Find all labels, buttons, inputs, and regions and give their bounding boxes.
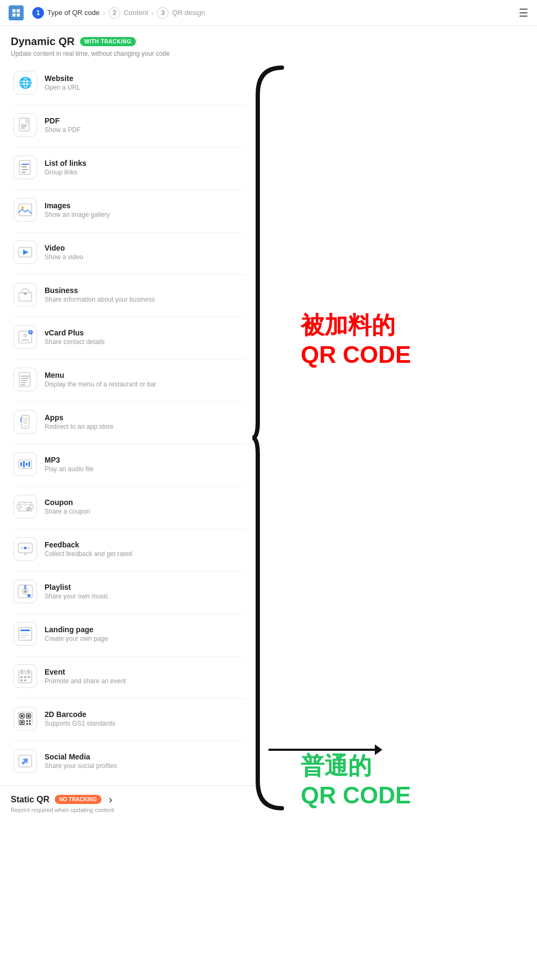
qr-type-list: 🌐 Website Open a URL: [0, 63, 258, 781]
qr-item-landing-page[interactable]: Landing page Create your own page: [6, 614, 251, 654]
qr-item-event[interactable]: Event Promote and share an event: [6, 656, 251, 696]
qr-item-images[interactable]: Images Show an image gallery: [6, 190, 251, 230]
pdf-desc: Show a PDF: [45, 126, 81, 134]
2d-barcode-text: 2D Barcode Supports GS1 standards: [45, 710, 115, 727]
left-panel: Dynamic QR WITH TRACKING Update content …: [0, 26, 258, 821]
step-2-num: 2: [108, 7, 120, 19]
menu-icon[interactable]: ☰: [519, 6, 528, 19]
mp3-text: MP3 Play an audio file: [45, 456, 93, 473]
qr-item-vcard-plus[interactable]: + vCard Plus Share contact details: [6, 317, 251, 357]
qr-item-playlist[interactable]: ♪ Playlist Share your own music: [6, 572, 251, 611]
menu-name: Menu: [45, 371, 156, 379]
menu-icon: [13, 368, 37, 391]
feedback-desc: Collect feedback and get rated: [45, 550, 132, 558]
qr-item-pdf[interactable]: PDF Show a PDF: [6, 105, 251, 145]
step-arrow-2: ›: [151, 9, 154, 17]
svg-rect-62: [28, 676, 30, 678]
annotation-static-line1: 普通的: [301, 751, 411, 780]
svg-rect-57: [19, 671, 32, 675]
dynamic-qr-title: Dynamic QR: [11, 35, 75, 48]
svg-point-43: [24, 547, 27, 550]
images-desc: Show an image gallery: [45, 211, 110, 218]
qr-item-apps[interactable]: Apps Redirect to an app store: [6, 402, 251, 442]
svg-rect-5: [21, 125, 27, 126]
business-name: Business: [45, 286, 155, 295]
menu-desc: Display the menu of a restaurant or bar: [45, 381, 156, 388]
annotation-text-labeled: 被加料的 QR CODE: [301, 310, 411, 369]
static-qr-arrow[interactable]: ›: [109, 793, 113, 806]
apps-name: Apps: [45, 413, 113, 422]
svg-point-44: [27, 547, 30, 550]
2d-barcode-desc: Supports GS1 standards: [45, 720, 115, 727]
svg-point-31: [25, 426, 26, 427]
website-icon: 🌐: [13, 71, 37, 94]
landing-page-desc: Create your own page: [45, 635, 108, 642]
playlist-name: Playlist: [45, 583, 108, 591]
vcard-plus-icon: +: [13, 325, 37, 349]
static-qr-subtitle: Reprint required when updating content: [11, 807, 114, 813]
svg-rect-18: [19, 292, 32, 294]
svg-rect-12: [21, 172, 26, 173]
2d-barcode-icon: [13, 707, 37, 730]
step-3-label: QR design: [172, 9, 205, 17]
svg-rect-64: [24, 679, 26, 681]
no-tracking-badge: NO TRACKING: [55, 795, 101, 804]
svg-rect-3: [17, 13, 20, 17]
qr-item-2d-barcode[interactable]: 2D Barcode Supports GS1 standards: [6, 699, 251, 738]
apps-icon: [13, 410, 37, 434]
steps-nav: 1 Type of QR code › 2 Content › 3 QR des…: [32, 7, 519, 19]
business-desc: Share information about your business: [45, 296, 155, 303]
qr-item-feedback[interactable]: Feedback Collect feedback and get rated: [6, 529, 251, 569]
feedback-icon: [13, 537, 37, 561]
qr-item-list-of-links[interactable]: List of links Group links: [6, 148, 251, 187]
svg-rect-7: [21, 128, 25, 129]
step-3[interactable]: 3 QR design: [157, 7, 205, 19]
static-qr-title: Static QR: [11, 795, 49, 805]
step-1-num: 1: [32, 7, 44, 19]
svg-rect-0: [12, 9, 16, 12]
qr-item-social-media[interactable]: Social Media Share your social profiles: [6, 741, 251, 781]
event-name: Event: [45, 668, 126, 676]
feedback-name: Feedback: [45, 540, 132, 549]
qr-item-mp3[interactable]: MP3 Play an audio file: [6, 444, 251, 484]
right-panel: 被加料的 QR CODE 普通的 QR CODE: [258, 26, 537, 821]
menu-text: Menu Display the menu of a restaurant or…: [45, 371, 156, 388]
landing-page-name: Landing page: [45, 625, 108, 634]
pdf-name: PDF: [45, 116, 81, 125]
playlist-text: Playlist Share your own music: [45, 583, 108, 600]
step-1[interactable]: 1 Type of QR code: [32, 7, 100, 19]
qr-item-video[interactable]: Video Show a video: [6, 232, 251, 272]
svg-rect-10: [21, 166, 27, 167]
step-3-num: 3: [157, 7, 169, 19]
social-media-name: Social Media: [45, 752, 117, 761]
qr-item-coupon[interactable]: Coupon Share a coupon: [6, 487, 251, 526]
step-2[interactable]: 2 Content: [108, 7, 148, 19]
dynamic-qr-header: Dynamic QR WITH TRACKING Update content …: [0, 26, 258, 63]
website-name: Website: [45, 74, 81, 83]
static-qr-section[interactable]: Static QR NO TRACKING › Reprint required…: [0, 785, 258, 821]
2d-barcode-name: 2D Barcode: [45, 710, 115, 719]
business-text: Business Share information about your bu…: [45, 286, 155, 303]
coupon-icon: [13, 495, 37, 518]
list-of-links-desc: Group links: [45, 169, 86, 176]
svg-rect-60: [20, 676, 23, 678]
coupon-name: Coupon: [45, 498, 90, 507]
annotation-text-static: 普通的 QR CODE: [301, 751, 411, 810]
svg-point-14: [21, 207, 24, 209]
list-of-links-icon: [13, 156, 37, 179]
images-text: Images Show an image gallery: [45, 201, 110, 218]
video-name: Video: [45, 244, 83, 252]
svg-rect-63: [20, 679, 23, 681]
step-2-label: Content: [124, 9, 148, 17]
qr-item-menu[interactable]: Menu Display the menu of a restaurant or…: [6, 360, 251, 399]
list-of-links-text: List of links Group links: [45, 159, 86, 176]
landing-page-text: Landing page Create your own page: [45, 625, 108, 642]
qr-item-website[interactable]: 🌐 Website Open a URL: [6, 63, 251, 103]
svg-rect-11: [21, 169, 28, 170]
svg-rect-36: [28, 462, 30, 467]
qr-item-business[interactable]: Business Share information about your bu…: [6, 275, 251, 315]
svg-rect-48: [24, 585, 26, 589]
header: 1 Type of QR code › 2 Content › 3 QR des…: [0, 0, 537, 26]
svg-rect-71: [21, 721, 23, 723]
svg-rect-73: [29, 720, 31, 722]
